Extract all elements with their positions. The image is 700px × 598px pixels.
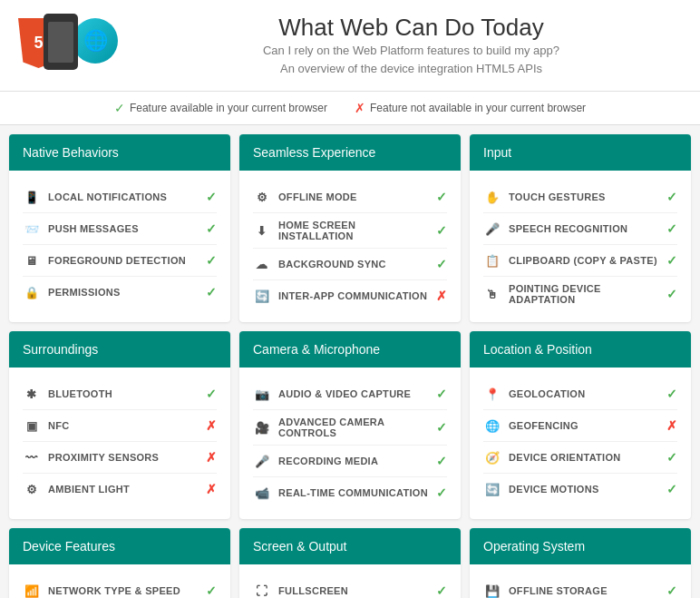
- feature-label: AUDIO & VIDEO CAPTURE: [278, 388, 429, 399]
- feature-icon: 💾: [483, 582, 501, 598]
- feature-icon: ⛶: [253, 582, 271, 598]
- check-icon: ✓: [436, 223, 447, 238]
- card-body-location-position: 📍GEOLOCATION✓🌐GEOFENCING✗🧭DEVICE ORIENTA…: [470, 368, 691, 515]
- list-item: 📶NETWORK TYPE & SPEED✓: [23, 575, 217, 598]
- check-icon: ✓: [666, 387, 677, 401]
- feature-icon: 🎤: [253, 452, 271, 470]
- check-icon: ✓: [436, 257, 447, 271]
- feature-icon: ▣: [23, 417, 41, 435]
- check-icon: ✓: [436, 454, 447, 468]
- check-icon: ✓: [206, 221, 217, 236]
- feature-label: DEVICE MOTIONS: [509, 484, 659, 495]
- phone-badge: [44, 14, 78, 70]
- card-body-seamless-experience: ⚙OFFLINE MODE✓⬇HOME SCREEN INSTALLATION✓…: [239, 171, 461, 322]
- feature-label: HOME SCREEN INSTALLATION: [278, 220, 429, 241]
- card-location-position: Location & Position📍GEOLOCATION✓🌐GEOFENC…: [470, 331, 691, 519]
- feature-label: CLIPBOARD (COPY & PASTE): [509, 255, 659, 266]
- check-icon: ✓: [436, 387, 447, 401]
- feature-icon: ⚙: [23, 480, 41, 498]
- feature-label: OFFLINE STORAGE: [509, 585, 659, 596]
- list-item: ▣NFC✗: [23, 410, 217, 442]
- list-item: ✋TOUCH GESTURES✓: [483, 181, 677, 213]
- list-item: 🎤SPEECH RECOGNITION✓: [483, 213, 677, 245]
- feature-label: REAL-TIME COMMUNICATION: [278, 487, 429, 498]
- feature-icon: 🎥: [253, 418, 271, 436]
- card-body-device-features: 📶NETWORK TYPE & SPEED✓📡ONLINE STATE✓📳VIB…: [9, 564, 230, 598]
- check-icon: ✓: [666, 450, 677, 465]
- list-item: 🧭DEVICE ORIENTATION✓: [483, 442, 677, 474]
- feature-icon: 〰: [23, 448, 41, 466]
- card-input: Input✋TOUCH GESTURES✓🎤SPEECH RECOGNITION…: [470, 134, 691, 322]
- list-item: ✱BLUETOOTH✓: [23, 378, 217, 410]
- feature-label: FULLSCREEN: [278, 585, 429, 596]
- check-icon: ✓: [666, 221, 677, 236]
- card-header-screen-output: Screen & Output: [239, 528, 461, 564]
- list-item: 📱LOCAL NOTIFICATIONS✓: [23, 181, 217, 213]
- list-item: 🖱POINTING DEVICE ADAPTATION✓: [483, 277, 677, 311]
- feature-icon: 📹: [253, 484, 271, 502]
- check-icon: ✓: [666, 190, 677, 204]
- list-item: 🌐GEOFENCING✗: [483, 410, 677, 442]
- card-body-input: ✋TOUCH GESTURES✓🎤SPEECH RECOGNITION✓📋CLI…: [470, 171, 691, 322]
- check-icon: ✓: [666, 482, 677, 496]
- card-device-features: Device Features📶NETWORK TYPE & SPEED✓📡ON…: [9, 528, 230, 598]
- card-header-operating-system: Operating System: [470, 528, 691, 564]
- card-header-device-features: Device Features: [9, 528, 230, 564]
- list-item: 🔒PERMISSIONS✓: [23, 277, 217, 308]
- list-item: 💾OFFLINE STORAGE✓: [483, 575, 677, 598]
- check-icon: ✓: [666, 287, 677, 301]
- feature-icon: 📷: [253, 385, 271, 403]
- card-header-input: Input: [470, 134, 691, 171]
- list-item: 🔄INTER-APP COMMUNICATION✗: [253, 280, 447, 311]
- feature-icon: 🖱: [483, 285, 501, 303]
- feature-icon: 📱: [23, 188, 41, 206]
- feature-icon: 🔄: [253, 287, 271, 305]
- feature-icon: ✋: [483, 188, 501, 206]
- card-native-behaviors: Native Behaviors📱LOCAL NOTIFICATIONS✓📨PU…: [9, 134, 230, 322]
- card-body-operating-system: 💾OFFLINE STORAGE✓📁FILE ACCESS✓👤CONTACTS✗…: [470, 564, 691, 598]
- feature-icon: 🔒: [23, 283, 41, 301]
- check-icon: ✓: [436, 485, 447, 500]
- card-header-native-behaviors: Native Behaviors: [9, 134, 230, 171]
- feature-icon: 📨: [23, 220, 41, 238]
- card-screen-output: Screen & Output⛶FULLSCREEN✓🔃SCREEN ORIEN…: [239, 528, 461, 598]
- feature-label: OFFLINE MODE: [278, 191, 429, 202]
- card-header-location-position: Location & Position: [470, 331, 691, 368]
- feature-label: FOREGROUND DETECTION: [48, 255, 199, 266]
- feature-icon: 🧭: [483, 448, 501, 466]
- card-header-seamless-experience: Seamless Experience: [239, 134, 461, 171]
- feature-label: LOCAL NOTIFICATIONS: [48, 191, 199, 202]
- card-body-camera-microphone: 📷AUDIO & VIDEO CAPTURE✓🎥ADVANCED CAMERA …: [239, 368, 461, 519]
- header-text: What Web Can Do Today Can I rely on the …: [141, 14, 682, 77]
- feature-icon: 📶: [23, 582, 41, 598]
- feature-label: NETWORK TYPE & SPEED: [48, 585, 199, 596]
- feature-label: TOUCH GESTURES: [509, 191, 659, 202]
- page-wrapper: 5 🌐 What Web Can Do Today Can I rely on …: [0, 0, 700, 598]
- feature-label: AMBIENT LIGHT: [48, 484, 199, 495]
- feature-label: PUSH MESSAGES: [48, 223, 199, 234]
- list-item: 📹REAL-TIME COMMUNICATION✓: [253, 477, 447, 508]
- cross-icon: ✗: [436, 289, 447, 303]
- legend-unavailable: ✗ Feature not available in your current …: [355, 101, 586, 115]
- cross-icon: ✗: [206, 482, 217, 496]
- feature-icon: 🖥: [23, 251, 41, 270]
- check-icon: ✓: [666, 583, 677, 598]
- globe-badge: 🌐: [73, 18, 118, 64]
- feature-label: RECORDING MEDIA: [278, 456, 429, 466]
- feature-label: BACKGROUND SYNC: [278, 259, 429, 270]
- feature-icon: 📍: [483, 385, 501, 403]
- feature-label: BLUETOOTH: [48, 388, 199, 399]
- feature-label: POINTING DEVICE ADAPTATION: [509, 283, 659, 305]
- list-item: 🎥ADVANCED CAMERA CONTROLS✓: [253, 410, 447, 446]
- cross-icon: ✗: [206, 450, 217, 465]
- sections-grid: Native Behaviors📱LOCAL NOTIFICATIONS✓📨PU…: [0, 125, 700, 598]
- list-item: ⬇HOME SCREEN INSTALLATION✓: [253, 213, 447, 249]
- phone-screen: [48, 22, 73, 63]
- page-title: What Web Can Do Today: [141, 14, 682, 42]
- logo-wrap: 5 🌐: [18, 14, 118, 77]
- feature-icon: 🔄: [483, 480, 501, 498]
- feature-label: SPEECH RECOGNITION: [509, 223, 659, 234]
- feature-icon: ✱: [23, 385, 41, 403]
- list-item: 🖥FOREGROUND DETECTION✓: [23, 245, 217, 277]
- feature-label: INTER-APP COMMUNICATION: [278, 290, 429, 301]
